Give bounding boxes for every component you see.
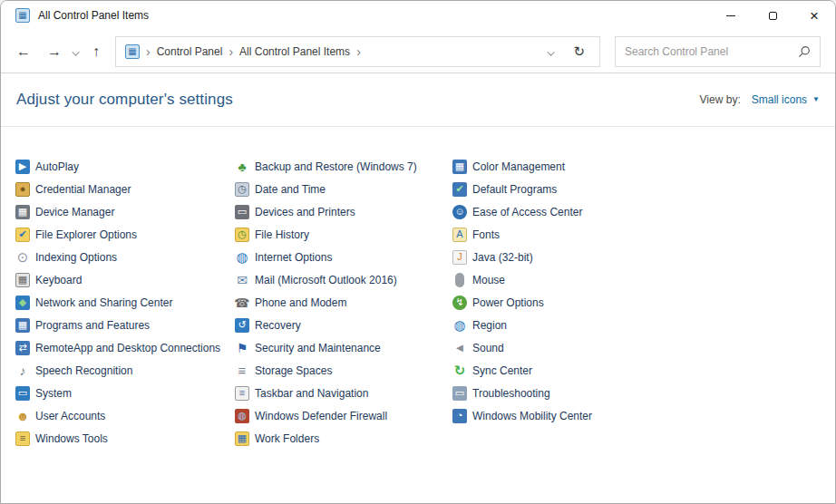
item-label: Color Management xyxy=(472,160,565,173)
control-panel-item[interactable]: ☺Ease of Access Center xyxy=(452,200,592,223)
control-panel-item[interactable]: ☎Phone and Modem xyxy=(235,291,417,314)
network-sharing-center-icon: ◆ xyxy=(15,296,30,310)
window-title: All Control Panel Items xyxy=(38,9,149,22)
view-by-dropdown[interactable]: Small icons ▼ xyxy=(752,93,820,106)
view-by-label: View by: xyxy=(700,93,741,106)
taskbar-navigation-icon: ≡ xyxy=(235,386,249,401)
item-label: Indexing Options xyxy=(35,251,117,264)
item-label: Recovery xyxy=(255,319,301,332)
navigation-bar: ← → ↑ ▦ ›Control Panel›All Control Panel… xyxy=(1,30,835,73)
control-panel-item[interactable]: ▶AutoPlay xyxy=(15,155,220,178)
control-panel-item[interactable]: ◍Windows Defender Firewall xyxy=(235,404,417,427)
item-label: Programs and Features xyxy=(35,319,150,332)
control-panel-item[interactable]: Mouse xyxy=(452,268,592,291)
control-panel-item[interactable]: ▦Color Management xyxy=(452,155,592,178)
control-panel-item[interactable]: ⇄RemoteApp and Desktop Connections xyxy=(15,336,220,359)
item-label: Default Programs xyxy=(472,183,557,196)
chevron-down-icon xyxy=(72,48,79,55)
up-button[interactable]: ↑ xyxy=(84,41,108,63)
speech-recognition-icon: ♪ xyxy=(15,363,30,378)
control-panel-item[interactable]: ✉Mail (Microsoft Outlook 2016) xyxy=(235,268,417,291)
search-icon[interactable] xyxy=(798,45,811,58)
breadcrumb-separator-icon[interactable]: › xyxy=(140,44,157,59)
mail-icon: ✉ xyxy=(235,273,249,287)
items-column-1: ▶AutoPlay●Credential Manager▦Device Mana… xyxy=(15,155,220,450)
control-panel-item[interactable]: ✔File Explorer Options xyxy=(15,223,220,246)
java-icon: J xyxy=(452,250,467,265)
minimize-button[interactable] xyxy=(710,1,752,30)
control-panel-item[interactable]: JJava (32-bit) xyxy=(452,246,592,268)
control-panel-item[interactable]: ▭System xyxy=(15,382,220,404)
item-label: Sync Center xyxy=(472,364,532,377)
control-panel-item[interactable]: ◷Date and Time xyxy=(235,178,417,200)
recent-pages-button[interactable] xyxy=(70,41,84,63)
control-panel-item[interactable]: ▦Keyboard xyxy=(15,268,220,291)
item-label: Ease of Access Center xyxy=(472,206,582,218)
mouse-icon xyxy=(455,273,464,287)
security-maintenance-icon: ⚑ xyxy=(235,341,249,355)
breadcrumb-separator-icon[interactable]: › xyxy=(350,44,367,59)
item-label: Region xyxy=(472,319,507,332)
forward-icon: → xyxy=(47,44,62,59)
control-panel-item[interactable]: ◍Internet Options xyxy=(235,246,417,268)
file-explorer-options-icon: ✔ xyxy=(15,228,30,242)
back-icon: ← xyxy=(16,44,31,59)
control-panel-item[interactable]: ⊙Indexing Options xyxy=(15,246,220,268)
header-row: Adjust your computer's settings View by:… xyxy=(1,73,835,127)
control-panel-item[interactable]: ↺Recovery xyxy=(235,314,417,336)
control-panel-item[interactable]: ◄Sound xyxy=(452,336,592,359)
maximize-button[interactable] xyxy=(752,1,793,30)
file-history-icon: ◷ xyxy=(235,228,249,242)
control-panel-item[interactable]: ▦Device Manager xyxy=(15,200,220,223)
back-button[interactable]: ← xyxy=(8,41,39,63)
item-label: RemoteApp and Desktop Connections xyxy=(35,342,220,354)
close-button[interactable]: × xyxy=(793,1,835,30)
item-label: Keyboard xyxy=(35,274,82,286)
troubleshooting-icon: ▭ xyxy=(452,386,467,401)
item-label: Speech Recognition xyxy=(35,364,132,377)
control-panel-item[interactable]: ◷File History xyxy=(235,223,417,246)
breadcrumb-item[interactable]: Control Panel xyxy=(157,45,223,58)
forward-button[interactable]: → xyxy=(39,41,70,63)
item-label: Windows Defender Firewall xyxy=(255,410,387,422)
region-icon: ◍ xyxy=(452,318,467,333)
control-panel-item[interactable]: ✔Default Programs xyxy=(452,178,592,200)
breadcrumb-separator-icon[interactable]: › xyxy=(222,44,239,59)
view-by-value: Small icons xyxy=(752,93,807,106)
item-label: Storage Spaces xyxy=(255,364,332,377)
control-panel-item[interactable]: ♪Speech Recognition xyxy=(15,359,220,382)
control-panel-item[interactable]: ☻User Accounts xyxy=(15,404,220,427)
item-label: Windows Tools xyxy=(35,432,108,445)
refresh-button[interactable]: ↻ xyxy=(573,44,585,58)
windows-mobility-icon: ◔ xyxy=(452,409,467,423)
control-panel-item[interactable]: ▭Troubleshooting xyxy=(452,382,592,404)
chevron-down-icon xyxy=(548,48,555,55)
item-label: Phone and Modem xyxy=(255,296,346,309)
item-label: Internet Options xyxy=(255,251,332,264)
control-panel-item[interactable]: ●Credential Manager xyxy=(15,178,220,200)
breadcrumb-location-icon[interactable]: ▦ xyxy=(125,44,140,59)
search-input[interactable] xyxy=(625,45,792,58)
breadcrumb: ▦ ›Control Panel›All Control Panel Items… xyxy=(115,36,600,67)
control-panel-item[interactable]: ▭Devices and Printers xyxy=(235,200,417,223)
breadcrumb-item[interactable]: All Control Panel Items xyxy=(239,45,350,58)
control-panel-item[interactable]: ≡Windows Tools xyxy=(15,427,220,450)
previous-locations-button[interactable] xyxy=(549,44,555,60)
item-label: Windows Mobility Center xyxy=(472,410,592,422)
control-panel-item[interactable]: ▦Work Folders xyxy=(235,427,417,450)
control-panel-item[interactable]: ≡Storage Spaces xyxy=(235,359,417,382)
control-panel-item[interactable]: ◆Network and Sharing Center xyxy=(15,291,220,314)
control-panel-item[interactable]: ◔Windows Mobility Center xyxy=(452,404,592,427)
recovery-icon: ↺ xyxy=(235,318,249,333)
control-panel-item[interactable]: ⚑Security and Maintenance xyxy=(235,336,417,359)
control-panel-item[interactable]: AFonts xyxy=(452,223,592,246)
sync-center-icon: ↻ xyxy=(452,363,467,378)
keyboard-icon: ▦ xyxy=(15,273,30,287)
control-panel-item[interactable]: ↻Sync Center xyxy=(452,359,592,382)
control-panel-item[interactable]: ♣Backup and Restore (Windows 7) xyxy=(235,155,417,178)
control-panel-item[interactable]: ↯Power Options xyxy=(452,291,592,314)
control-panel-item[interactable]: ◍Region xyxy=(452,314,592,336)
control-panel-item[interactable]: ▦Programs and Features xyxy=(15,314,220,336)
fonts-icon: A xyxy=(452,228,467,242)
control-panel-item[interactable]: ≡Taskbar and Navigation xyxy=(235,382,417,404)
